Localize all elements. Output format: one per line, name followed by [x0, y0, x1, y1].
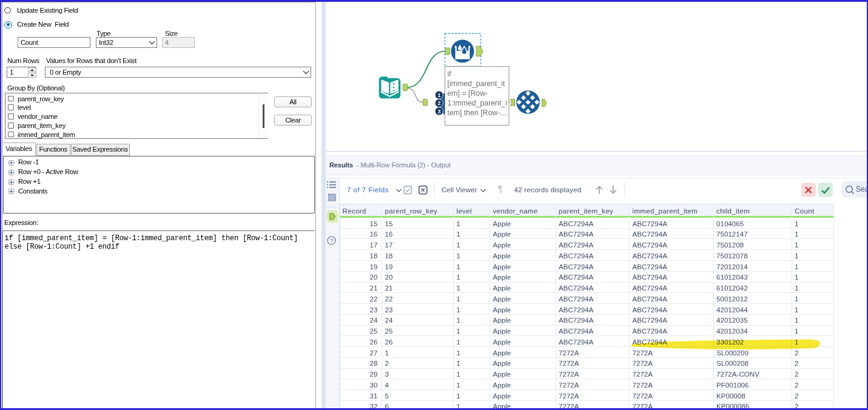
svg-text:tem] then [Row-...: tem] then [Row-...	[448, 109, 506, 117]
svg-text:2: 2	[437, 100, 440, 106]
svg-text:if: if	[448, 70, 452, 78]
svg-text:?: ?	[330, 237, 333, 244]
svg-text:1:immed_parent_i: 1:immed_parent_i	[448, 99, 507, 107]
svg-text:1: 1	[437, 92, 440, 98]
svg-text:3: 3	[437, 109, 440, 115]
svg-text:em] = [Row-: em] = [Row-	[448, 89, 488, 98]
svg-text:[immed_parent_it: [immed_parent_it	[448, 79, 506, 88]
